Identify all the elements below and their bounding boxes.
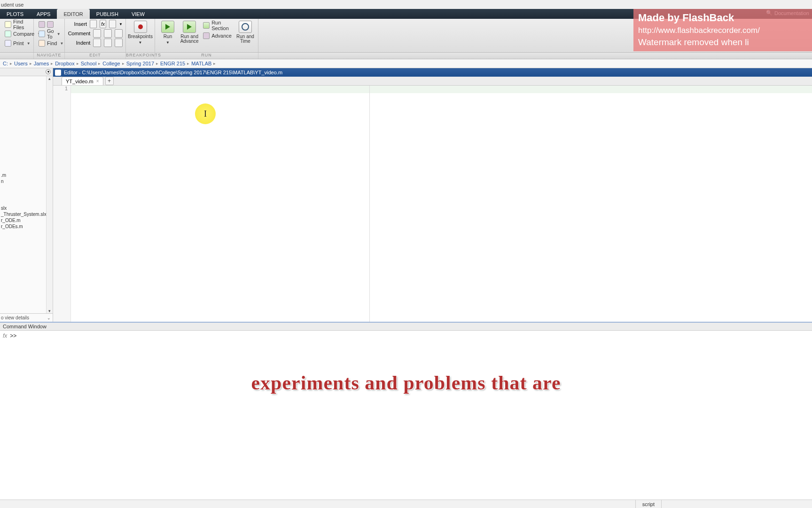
bc-1[interactable]: Users bbox=[14, 61, 28, 66]
breakpoint-icon bbox=[134, 21, 147, 33]
workspace: ▾ .m n slx _Thruster_System.slx r_ODE.m … bbox=[0, 68, 812, 322]
editor-icon bbox=[55, 70, 61, 76]
print-label: Print bbox=[13, 40, 24, 46]
panel-header: ▾ bbox=[0, 68, 53, 76]
insert-label: Insert bbox=[68, 21, 87, 27]
file-item[interactable]: .m bbox=[0, 172, 46, 178]
bc-4[interactable]: School bbox=[81, 61, 97, 66]
compare-label: Compare bbox=[13, 31, 34, 37]
line-number: 1 bbox=[53, 86, 70, 93]
ribbon-group-navigate: Go To▼ Find▼ bbox=[34, 19, 65, 52]
compare-button[interactable]: Compare▼ bbox=[3, 29, 31, 39]
ribbon-group-run: Run ▼ Run and Advance Run Section Advanc… bbox=[155, 19, 258, 52]
close-icon[interactable]: × bbox=[96, 79, 99, 84]
smart-indent-button[interactable] bbox=[115, 39, 123, 47]
indent-button[interactable] bbox=[93, 39, 101, 47]
chevron-down-icon: ▼ bbox=[139, 40, 142, 45]
uncomment-button[interactable] bbox=[104, 29, 112, 38]
add-tab-button[interactable]: + bbox=[105, 77, 114, 85]
bc-7[interactable]: ENGR 215 bbox=[160, 61, 185, 66]
find-label: Find bbox=[47, 40, 57, 46]
scroll-down-icon[interactable]: ▾ bbox=[48, 309, 51, 313]
run-label: Run bbox=[164, 34, 172, 39]
find-files-button[interactable]: Find Files bbox=[3, 20, 31, 29]
details-label: o view details bbox=[1, 315, 29, 320]
chevron-right-icon: ▸ bbox=[51, 61, 53, 66]
file-item[interactable]: _Thruster_System.slx bbox=[0, 211, 46, 217]
chevron-down-icon[interactable]: ⌄ bbox=[47, 316, 51, 320]
chevron-right-icon: ▸ bbox=[156, 61, 158, 66]
watermark-line2: http://www.flashbackrecorder.com/ bbox=[638, 26, 807, 35]
file-tabs: YT_video.m × + bbox=[53, 77, 812, 86]
print-button[interactable]: Print▼ bbox=[3, 39, 31, 48]
run-advance-button[interactable]: Run and Advance bbox=[180, 20, 199, 44]
margin-guide bbox=[369, 86, 370, 322]
file-tab[interactable]: YT_video.m × bbox=[62, 77, 103, 85]
run-time-button[interactable]: Run and Time bbox=[235, 20, 255, 44]
insert-section-button[interactable] bbox=[90, 20, 97, 28]
goto-icon bbox=[39, 31, 45, 37]
ribbon-group-breakpoints: Breakpoints ▼ bbox=[126, 19, 155, 52]
status-bar: script bbox=[0, 500, 812, 508]
outdent-button[interactable] bbox=[104, 39, 112, 47]
indent-label: Indent bbox=[68, 40, 90, 46]
run-section-label: Run Section bbox=[211, 20, 232, 31]
code-line[interactable] bbox=[71, 86, 812, 93]
chevron-right-icon: ▸ bbox=[213, 61, 216, 66]
chevron-right-icon: ▸ bbox=[187, 61, 189, 66]
tab-publish[interactable]: PUBLISH bbox=[90, 9, 125, 19]
tab-apps[interactable]: APPS bbox=[30, 9, 57, 19]
insert-more-button[interactable] bbox=[109, 20, 116, 28]
comment-button[interactable] bbox=[93, 29, 101, 38]
wrap-comment-button[interactable] bbox=[115, 29, 123, 38]
breakpoints-button[interactable]: Breakpoints ▼ bbox=[127, 20, 154, 45]
insert-fx-button[interactable]: fx bbox=[100, 20, 107, 28]
file-item[interactable]: slx bbox=[0, 205, 46, 211]
chevron-down-icon: ▼ bbox=[166, 40, 170, 45]
run-icon bbox=[161, 21, 174, 33]
chevron-down-icon: ▼ bbox=[57, 32, 61, 36]
file-list: .m n slx _Thruster_System.slx r_ODE.m r_… bbox=[0, 76, 46, 313]
bc-0[interactable]: C: bbox=[3, 61, 8, 66]
group-label-navigate: NAVIGATE bbox=[34, 53, 65, 59]
code-editor[interactable]: 1 I bbox=[53, 86, 812, 322]
chevron-down-icon: ▼ bbox=[60, 41, 63, 46]
find-button[interactable]: Find▼ bbox=[37, 39, 62, 48]
nav-back-fwd[interactable] bbox=[37, 20, 62, 29]
goto-button[interactable]: Go To▼ bbox=[37, 29, 62, 39]
status-mode: script bbox=[635, 500, 662, 508]
ribbon-group-labels: NAVIGATE EDIT BREAKPOINTS RUN bbox=[0, 53, 812, 59]
group-label-breakpoints: BREAKPOINTS bbox=[126, 53, 155, 59]
file-item[interactable]: r_ODE.m bbox=[0, 217, 46, 223]
video-caption: experiments and problems that are bbox=[0, 372, 812, 394]
group-label-edit: EDIT bbox=[65, 53, 126, 59]
advance-button[interactable]: Advance bbox=[201, 31, 234, 40]
run-button[interactable]: Run ▼ bbox=[158, 20, 178, 45]
compare-icon bbox=[5, 31, 11, 37]
ribbon-group-edit: Insert fx ▼ Comment Indent bbox=[65, 19, 126, 52]
bc-6[interactable]: Spring 2017 bbox=[126, 61, 154, 66]
line-gutter: 1 bbox=[53, 86, 71, 322]
editor-panel: Editor - C:\Users\James\Dropbox\School\C… bbox=[53, 68, 812, 322]
editor-title-text: Editor - C:\Users\James\Dropbox\School\C… bbox=[64, 70, 282, 75]
tab-plots[interactable]: PLOTS bbox=[0, 9, 30, 19]
bc-5[interactable]: College bbox=[102, 61, 120, 66]
search-icon bbox=[39, 40, 45, 47]
bc-8[interactable]: MATLAB bbox=[191, 61, 211, 66]
print-icon bbox=[5, 40, 11, 47]
file-item[interactable]: r_ODEs.m bbox=[0, 223, 46, 230]
run-section-button[interactable]: Run Section bbox=[201, 21, 234, 30]
tab-editor[interactable]: EDITOR bbox=[57, 9, 89, 19]
panel-menu-icon[interactable]: ▾ bbox=[46, 69, 51, 74]
bc-3[interactable]: Dropbox bbox=[55, 61, 75, 66]
find-files-icon bbox=[5, 21, 11, 28]
command-window-body[interactable]: fx >> bbox=[0, 331, 812, 406]
scroll-up-icon[interactable]: ▴ bbox=[48, 76, 51, 81]
file-tab-label: YT_video.m bbox=[66, 79, 94, 84]
bc-2[interactable]: James bbox=[34, 61, 49, 66]
file-item[interactable]: n bbox=[0, 178, 46, 184]
scrollbar[interactable]: ▴ ▾ bbox=[46, 76, 53, 313]
cursor-highlight: I bbox=[195, 103, 216, 124]
chevron-down-icon: ▼ bbox=[27, 41, 31, 46]
tab-view[interactable]: VIEW bbox=[125, 9, 151, 19]
